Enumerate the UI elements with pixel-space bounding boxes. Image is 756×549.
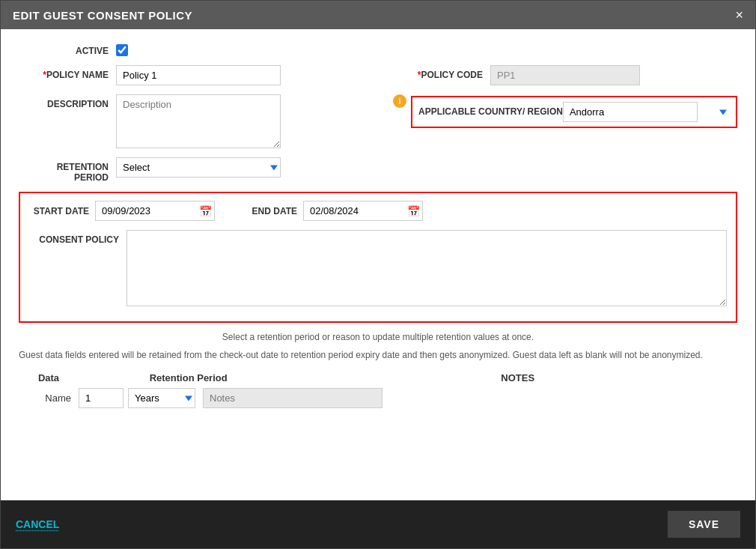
- desc-text: Guest data fields entered will be retain…: [19, 348, 737, 362]
- retention-period-select-wrapper: Select 1 Year 2 Years 3 Years 5 Years 7 …: [116, 157, 281, 178]
- start-date-label: START DATE: [29, 206, 89, 216]
- dates-consent-box: START DATE 📅 END DATE 📅 CONSENT POLICY: [19, 192, 737, 323]
- left-col: *POLICY NAME DESCRIPTION RETENTIONPERIOD…: [19, 65, 378, 192]
- notes-input[interactable]: [203, 388, 382, 408]
- right-col: *POLICY CODE i APPLICABLE COUNTRY/ REGIO…: [378, 65, 737, 192]
- description-row: DESCRIPTION: [19, 94, 363, 148]
- start-date-input[interactable]: [95, 201, 215, 221]
- info-icon: i: [393, 94, 406, 108]
- end-date-group: END DATE 📅: [237, 201, 423, 221]
- policy-code-row: *POLICY CODE: [393, 65, 737, 85]
- policy-name-row: *POLICY NAME: [19, 65, 363, 85]
- active-checkbox[interactable]: [116, 44, 128, 56]
- consent-policy-textarea[interactable]: [126, 230, 727, 306]
- country-select-wrapper: Andorra Afghanistan Albania Algeria: [563, 102, 730, 122]
- policy-name-label: *POLICY NAME: [19, 65, 116, 80]
- country-arrow-icon: [719, 109, 727, 115]
- two-col-section: *POLICY NAME DESCRIPTION RETENTIONPERIOD…: [19, 65, 737, 192]
- save-button[interactable]: SAVE: [668, 511, 740, 538]
- policy-code-label: *POLICY CODE: [393, 65, 490, 80]
- policy-name-input[interactable]: [116, 65, 281, 85]
- retention-period-row: RETENTIONPERIOD Select 1 Year 2 Years 3 …: [19, 157, 363, 183]
- description-textarea[interactable]: [116, 94, 281, 148]
- unit-select[interactable]: Years Months Days: [128, 388, 195, 408]
- country-region-box: APPLICABLE COUNTRY/ REGION Andorra Afgha…: [411, 96, 737, 128]
- close-button[interactable]: ×: [735, 8, 743, 22]
- active-label: ACTIVE: [19, 41, 116, 56]
- dialog-body: ACTIVE *POLICY NAME DESCRIPTION RETENTIO…: [1, 29, 755, 500]
- table-row: Name Years Months Days: [19, 388, 737, 408]
- col-notes-header: NOTES: [298, 372, 737, 383]
- applicable-country-label: APPLICABLE COUNTRY/ REGION: [418, 106, 563, 118]
- country-select[interactable]: Andorra Afghanistan Albania Algeria: [563, 102, 698, 122]
- consent-policy-row: CONSENT POLICY: [29, 230, 727, 306]
- row-notes-value: [203, 388, 737, 408]
- row-retention-value: Years Months Days: [79, 388, 195, 408]
- retention-period-select[interactable]: Select 1 Year 2 Years 3 Years 5 Years 7 …: [116, 157, 281, 178]
- quantity-input[interactable]: [79, 388, 124, 408]
- end-date-input[interactable]: [303, 201, 423, 221]
- row-data-label: Name: [19, 392, 79, 404]
- unit-select-wrapper: Years Months Days: [128, 388, 195, 408]
- col-retention-header: Retention Period: [79, 372, 298, 383]
- dialog-header: EDIT GUEST CONSENT POLICY ×: [1, 1, 755, 29]
- start-date-group: START DATE 📅: [29, 201, 215, 221]
- dialog-title: EDIT GUEST CONSENT POLICY: [13, 9, 192, 22]
- start-date-wrapper: 📅: [95, 201, 215, 221]
- description-label: DESCRIPTION: [19, 94, 116, 109]
- cancel-button[interactable]: CANCEL: [16, 518, 59, 530]
- dates-row: START DATE 📅 END DATE 📅: [29, 201, 727, 221]
- info-text: Select a retention period or reason to u…: [19, 332, 737, 342]
- retention-period-label: RETENTIONPERIOD: [19, 157, 116, 183]
- policy-code-input: [490, 65, 640, 85]
- consent-policy-label: CONSENT POLICY: [29, 230, 119, 245]
- end-date-label: END DATE: [237, 206, 297, 216]
- col-data-header: Data: [19, 372, 79, 383]
- active-row: ACTIVE: [19, 41, 737, 56]
- country-section: i APPLICABLE COUNTRY/ REGION Andorra Afg…: [393, 94, 737, 128]
- dialog-footer: CANCEL SAVE: [1, 500, 755, 548]
- data-table-header: Data Retention Period NOTES: [19, 372, 737, 383]
- edit-guest-consent-policy-dialog: EDIT GUEST CONSENT POLICY × ACTIVE *POLI…: [0, 0, 756, 549]
- end-date-wrapper: 📅: [303, 201, 423, 221]
